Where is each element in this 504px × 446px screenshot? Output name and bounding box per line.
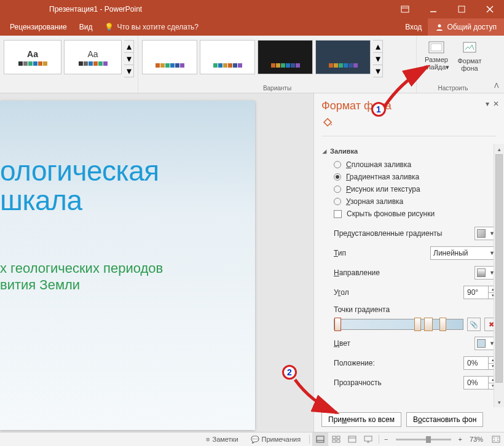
variant-1[interactable] bbox=[142, 40, 197, 74]
maximize-button[interactable] bbox=[447, 0, 476, 18]
zoom-out-button[interactable]: − bbox=[382, 436, 390, 443]
share-icon bbox=[435, 23, 444, 31]
svg-rect-12 bbox=[333, 436, 336, 439]
preset-gradients-label: Предустановленные градиенты bbox=[334, 229, 470, 238]
zoom-in-button[interactable]: + bbox=[456, 436, 465, 443]
zoom-level[interactable]: 73% bbox=[465, 436, 488, 443]
tab-review[interactable]: Рецензирование bbox=[4, 18, 73, 36]
slide-size-button[interactable]: Размер слайда▾ bbox=[420, 38, 452, 79]
notes-button[interactable]: ≡Заметки bbox=[200, 436, 245, 443]
svg-rect-15 bbox=[337, 440, 340, 442]
stop-position-label: Положение: bbox=[334, 359, 459, 367]
variant-3[interactable] bbox=[258, 40, 313, 74]
status-bar: ≡Заметки 💬Примечания − + 73% bbox=[0, 432, 504, 446]
hide-bg-checkbox[interactable]: Скрыть фоновые рисунки bbox=[323, 208, 498, 220]
bulb-icon: 💡 bbox=[104, 23, 114, 31]
transparency-label: Прозрачность bbox=[334, 378, 459, 387]
minimize-button[interactable] bbox=[419, 0, 447, 18]
annotation-1: 1 bbox=[371, 102, 386, 117]
slide-canvas[interactable]: ологическая шкала х геологических период… bbox=[0, 101, 255, 430]
tell-me-input[interactable]: 💡 Что вы хотите сделать? bbox=[98, 18, 205, 36]
fill-picture-radio[interactable]: Рисунок или текстура bbox=[323, 183, 498, 195]
format-background-icon bbox=[462, 41, 478, 55]
ribbon: Aa Aa ▴ ▾ ▾ ▴ ▾ ▾ Вариа bbox=[0, 36, 504, 93]
zoom-slider[interactable] bbox=[396, 439, 451, 440]
gradient-type-dropdown[interactable]: Линейный▼ bbox=[430, 246, 498, 260]
format-background-pane: Формат фона ▾ ✕ Заливка Сплошная заливка… bbox=[313, 93, 504, 432]
title-bar: Презентация1 - PowerPoint bbox=[0, 0, 504, 18]
share-label: Общий доступ bbox=[447, 23, 497, 31]
close-button[interactable] bbox=[476, 0, 504, 18]
gradient-stops-track[interactable] bbox=[334, 319, 463, 330]
transparency-spinner[interactable]: 0%▴▾ bbox=[463, 376, 498, 389]
themes-group: Aa Aa ▴ ▾ ▾ bbox=[0, 36, 138, 93]
comments-icon: 💬 bbox=[251, 436, 259, 444]
gradient-angle-spinner[interactable]: 90°▴▾ bbox=[463, 286, 498, 299]
gradient-stop-1[interactable] bbox=[334, 318, 341, 331]
collapse-ribbon-button[interactable]: ᐱ bbox=[489, 36, 504, 93]
themes-scroll: ▴ ▾ ▾ bbox=[124, 40, 134, 77]
slide-editor[interactable]: ологическая шкала х геологических период… bbox=[0, 93, 313, 432]
theme-thumb-1[interactable]: Aa bbox=[4, 40, 61, 74]
themes-scroll-up[interactable]: ▴ bbox=[124, 40, 134, 53]
svg-rect-10 bbox=[317, 436, 324, 442]
variants-group: ▴ ▾ ▾ Варианты bbox=[138, 36, 417, 93]
pane-options-button[interactable]: ▾ bbox=[486, 100, 489, 108]
svg-rect-16 bbox=[348, 436, 356, 442]
stop-color-label: Цвет bbox=[334, 339, 470, 348]
pane-title: Формат фона bbox=[321, 100, 497, 112]
window-title: Презентация1 - PowerPoint bbox=[49, 5, 142, 14]
slide-subtitle-text[interactable]: х геологических периодов вития Земли bbox=[0, 216, 255, 294]
gradient-stop-2[interactable] bbox=[414, 318, 421, 331]
gradient-direction-label: Направление bbox=[334, 268, 470, 277]
variants-group-label: Варианты bbox=[142, 85, 412, 93]
pane-body: Заливка Сплошная заливка Градиентная зал… bbox=[314, 144, 504, 407]
pane-scrollbar[interactable]: ▴ ▾ bbox=[494, 144, 504, 407]
apply-to-all-button[interactable]: Применить ко всем bbox=[321, 412, 401, 427]
themes-more[interactable]: ▾ bbox=[124, 65, 134, 77]
fill-gradient-radio[interactable]: Градиентная заливка bbox=[323, 171, 498, 183]
share-button[interactable]: Общий доступ bbox=[428, 18, 504, 36]
variants-scroll-up[interactable]: ▴ bbox=[373, 40, 383, 53]
variants-scroll: ▴ ▾ ▾ bbox=[373, 40, 383, 77]
stop-position-spinner[interactable]: 0%▴▾ bbox=[463, 356, 498, 370]
fill-icon[interactable] bbox=[321, 116, 497, 130]
svg-rect-0 bbox=[401, 6, 409, 12]
signin-button[interactable]: Вход bbox=[399, 23, 428, 31]
fill-pattern-radio[interactable]: Узорная заливка bbox=[323, 195, 498, 208]
slideshow-view-button[interactable] bbox=[360, 432, 376, 446]
slide-sorter-view-button[interactable] bbox=[328, 432, 344, 446]
themes-scroll-down[interactable]: ▾ bbox=[124, 53, 134, 65]
svg-rect-3 bbox=[459, 6, 465, 12]
svg-rect-13 bbox=[337, 436, 340, 439]
comments-button[interactable]: 💬Примечания bbox=[245, 436, 307, 444]
tell-me-placeholder: Что вы хотите сделать? bbox=[117, 23, 199, 31]
svg-rect-19 bbox=[492, 436, 500, 442]
variants-more[interactable]: ▾ bbox=[373, 65, 383, 77]
fit-to-window-button[interactable] bbox=[488, 432, 504, 446]
ribbon-display-options-button[interactable] bbox=[391, 0, 419, 18]
setup-group-label: Настроить bbox=[438, 85, 468, 93]
reset-background-button[interactable]: Восстановить фон bbox=[406, 412, 483, 427]
svg-rect-9 bbox=[463, 42, 476, 52]
slide-title-text[interactable]: ологическая шкала bbox=[0, 101, 255, 216]
add-gradient-stop-button[interactable]: 📎 bbox=[467, 318, 481, 331]
reading-view-button[interactable] bbox=[344, 432, 360, 446]
normal-view-button[interactable] bbox=[312, 432, 328, 446]
gradient-stop-4[interactable] bbox=[439, 318, 446, 331]
annotation-2: 2 bbox=[282, 365, 297, 380]
format-background-button[interactable]: Формат фона bbox=[454, 38, 486, 79]
tab-view[interactable]: Вид bbox=[73, 18, 99, 36]
pane-close-button[interactable]: ✕ bbox=[493, 100, 499, 108]
notes-icon: ≡ bbox=[206, 436, 210, 443]
variant-4[interactable] bbox=[315, 40, 371, 74]
svg-rect-14 bbox=[333, 440, 336, 442]
gradient-stop-3[interactable] bbox=[424, 318, 433, 331]
gradient-stops-label: Точки градиента bbox=[334, 305, 498, 314]
variant-2[interactable] bbox=[200, 40, 255, 74]
variants-scroll-down[interactable]: ▾ bbox=[373, 53, 383, 65]
slide-size-icon bbox=[428, 41, 445, 54]
theme-thumb-2[interactable]: Aa bbox=[64, 40, 122, 74]
fill-solid-radio[interactable]: Сплошная заливка bbox=[323, 158, 498, 171]
section-fill-header[interactable]: Заливка bbox=[323, 144, 498, 158]
